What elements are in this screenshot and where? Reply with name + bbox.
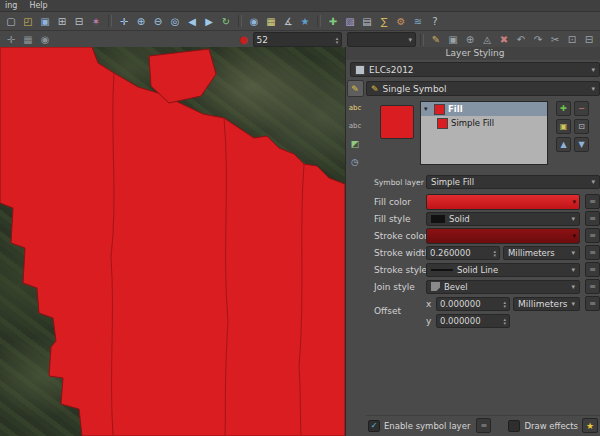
- save-edits-icon[interactable]: ▣: [445, 32, 461, 47]
- offset-y-input[interactable]: 0.000000 ▴▾: [436, 314, 510, 328]
- labels-tab-icon[interactable]: abc: [348, 100, 363, 115]
- fill-style-combo[interactable]: Solid ▾: [426, 212, 580, 226]
- zoom-last-icon[interactable]: ◀: [184, 14, 200, 29]
- zoom-in-icon[interactable]: ⊕: [133, 14, 149, 29]
- toolbar-row-1: ▢◰▣⊞⊟✶✛⊕⊖◎◀▶↻◉▦∡★✚▨▤∑⚙≋?: [0, 12, 600, 31]
- chevron-down-icon: ▾: [409, 36, 413, 44]
- add-symbol-layer-button[interactable]: ✚: [556, 101, 571, 116]
- join-style-combo[interactable]: Bevel ▾: [426, 280, 580, 294]
- zoom-out-icon[interactable]: ⊖: [150, 14, 166, 29]
- fill-color-override-button[interactable]: ≡: [585, 194, 600, 209]
- toolbox-icon[interactable]: ⚙: [393, 14, 409, 29]
- zoom-full-icon[interactable]: ◎: [167, 14, 183, 29]
- enable-symbol-layer-override-button[interactable]: ≡: [476, 418, 491, 433]
- renderer-value: Single Symbol: [383, 84, 447, 94]
- stroke-width-input[interactable]: 0.260000 ▴▾: [426, 246, 500, 260]
- stroke-width-override-button[interactable]: ≡: [585, 245, 600, 260]
- identify-tool-icon[interactable]: ◉: [37, 32, 53, 47]
- renderer-combo[interactable]: ✎ Single Symbol ▾: [366, 81, 600, 96]
- fill-style-label: Fill style: [366, 214, 426, 224]
- layer-selector-combo[interactable]: ELCs2012 ▾: [350, 62, 600, 77]
- help-icon[interactable]: ?: [427, 14, 443, 29]
- spinner-arrows-icon[interactable]: ▴▾: [336, 36, 339, 44]
- paste-features-icon[interactable]: ⊟: [581, 32, 597, 47]
- pan-map-icon[interactable]: ✛: [116, 14, 132, 29]
- stroke-color-button[interactable]: ▾: [426, 228, 580, 244]
- style-manager-icon[interactable]: ✶: [88, 14, 104, 29]
- stroke-width-unit-combo[interactable]: Millimeters ▾: [503, 246, 580, 260]
- lock-color-button[interactable]: ▣: [556, 119, 571, 134]
- spinner-arrows-icon[interactable]: ▴▾: [503, 300, 506, 308]
- tree-row-simple-fill[interactable]: Simple Fill: [421, 116, 547, 130]
- toolbar-separator: [238, 15, 242, 27]
- history-tab-icon[interactable]: ◷: [348, 154, 363, 169]
- main-area: Layer Styling ELCs2012 ▾ ✎abcabc◩◷ ✎ Sin…: [0, 47, 600, 436]
- add-raster-layer-icon[interactable]: ▨: [342, 14, 358, 29]
- tree-simple-fill-label: Simple Fill: [451, 118, 494, 128]
- redo-icon[interactable]: ↷: [530, 32, 546, 47]
- fill-style-override-button[interactable]: ≡: [585, 211, 600, 226]
- symbology-content: ✎ Single Symbol ▾ ▾ Fill: [364, 77, 600, 436]
- map-canvas[interactable]: [0, 47, 345, 436]
- symbol-layer-tree[interactable]: ▾ Fill Simple Fill: [420, 101, 548, 165]
- offset-x-input[interactable]: 0.000000 ▴▾: [436, 297, 510, 311]
- offset-unit-combo[interactable]: Millimeters ▾: [513, 297, 580, 311]
- new-layout-icon[interactable]: ⊞: [54, 14, 70, 29]
- select-tool-icon[interactable]: ▦: [20, 32, 36, 47]
- stroke-style-override-button[interactable]: ≡: [585, 262, 600, 277]
- menu-item-help[interactable]: Help: [29, 1, 47, 10]
- project-save-icon[interactable]: ▣: [37, 14, 53, 29]
- fill-color-button[interactable]: ▾: [426, 194, 580, 210]
- project-open-icon[interactable]: ◰: [20, 14, 36, 29]
- python-console-icon[interactable]: ≋: [410, 14, 426, 29]
- undo-icon[interactable]: ↶: [513, 32, 529, 47]
- draw-effects-star-button[interactable]: ★: [582, 418, 598, 433]
- chevron-down-icon: ▾: [572, 300, 576, 308]
- remove-symbol-layer-button[interactable]: −: [574, 101, 589, 116]
- duplicate-symbol-layer-button[interactable]: ⊡: [574, 119, 589, 134]
- offset-label: Offset: [366, 296, 426, 326]
- masks-tab-icon[interactable]: abc: [348, 118, 363, 133]
- move-layer-down-button[interactable]: ▼: [574, 137, 589, 152]
- toolbar-spin-value: 52: [257, 35, 268, 45]
- project-new-icon[interactable]: ▢: [3, 14, 19, 29]
- stroke-color-override-button[interactable]: ≡: [585, 228, 600, 243]
- bookmark-icon[interactable]: ★: [297, 14, 313, 29]
- field-calculator-icon[interactable]: ∑: [376, 14, 392, 29]
- join-style-override-button[interactable]: ≡: [585, 279, 600, 294]
- add-feature-icon[interactable]: ⊕: [462, 32, 478, 47]
- renderer-icon: ✎: [371, 84, 379, 94]
- red-circle-icon[interactable]: ●: [236, 32, 252, 47]
- identify-features-icon[interactable]: ◉: [246, 14, 262, 29]
- menu-item[interactable]: ing: [5, 1, 17, 10]
- zoom-next-icon[interactable]: ▶: [201, 14, 217, 29]
- spinner-arrows-icon[interactable]: ▴▾: [493, 249, 496, 257]
- offset-override-button[interactable]: ≡: [585, 296, 600, 311]
- diagrams-tab-icon[interactable]: ◩: [348, 136, 363, 151]
- toolbar-combo[interactable]: ▾: [347, 32, 416, 47]
- tree-row-fill[interactable]: ▾ Fill: [421, 102, 547, 116]
- copy-features-icon[interactable]: ⊡: [564, 32, 580, 47]
- add-vector-layer-icon[interactable]: ✚: [325, 14, 341, 29]
- refresh-map-icon[interactable]: ↻: [218, 14, 234, 29]
- draw-effects-checkbox[interactable]: [508, 420, 520, 432]
- enable-symbol-layer-label: Enable symbol layer: [384, 421, 470, 431]
- layout-manager-icon[interactable]: ⊟: [71, 14, 87, 29]
- measure-icon[interactable]: ∡: [280, 14, 296, 29]
- delete-selected-icon[interactable]: ✖: [496, 32, 512, 47]
- toolbar-spin-input[interactable]: 52 ▴▾: [253, 32, 343, 47]
- symbol-layer-type-combo[interactable]: Simple Fill ▾: [426, 175, 600, 189]
- select-features-icon[interactable]: ▦: [263, 14, 279, 29]
- toggle-editing-icon[interactable]: ✎: [428, 32, 444, 47]
- expand-arrow-icon[interactable]: ▾: [424, 105, 431, 113]
- stroke-style-combo[interactable]: Solid Line ▾: [426, 263, 580, 277]
- elcs2012-polygon[interactable]: [0, 47, 345, 436]
- vertex-tool-icon[interactable]: ◬: [479, 32, 495, 47]
- spinner-arrows-icon[interactable]: ▴▾: [503, 317, 506, 325]
- symbology-tab-icon[interactable]: ✎: [347, 80, 364, 97]
- enable-symbol-layer-checkbox[interactable]: ✓: [368, 420, 380, 432]
- attribute-table-icon[interactable]: ▤: [359, 14, 375, 29]
- pan-tool-icon[interactable]: ✛: [3, 32, 19, 47]
- cut-features-icon[interactable]: ✂: [547, 32, 563, 47]
- move-layer-up-button[interactable]: ▲: [556, 137, 571, 152]
